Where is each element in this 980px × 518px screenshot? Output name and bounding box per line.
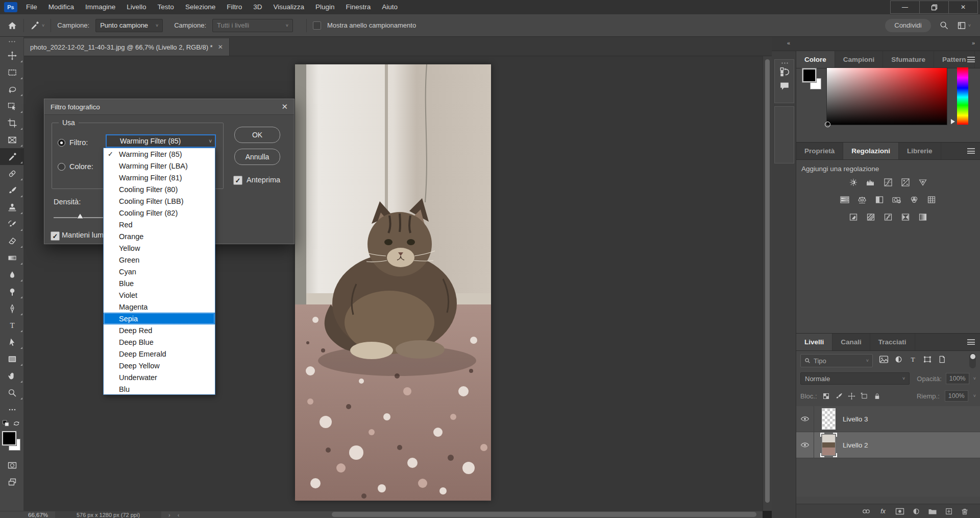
default-swap-colors-icon[interactable] — [0, 418, 24, 429]
eyedropper-tool[interactable] — [0, 148, 24, 165]
minimize-button[interactable]: — — [891, 1, 919, 13]
filter-option[interactable]: ✓ Violet — [104, 289, 215, 301]
menu-item[interactable]: Filtro — [221, 0, 248, 14]
layer-mask-icon[interactable] — [895, 507, 904, 515]
panel-tab[interactable]: Campioni — [835, 51, 884, 68]
invert-icon[interactable] — [847, 212, 860, 222]
panel-color-swatches[interactable] — [802, 68, 825, 91]
channel-mixer-icon[interactable] — [908, 195, 921, 205]
show-sampling-ring-checkbox[interactable] — [313, 21, 321, 30]
filter-radio[interactable] — [58, 139, 65, 147]
object-selection-tool[interactable] — [0, 98, 24, 114]
marquee-tool[interactable] — [0, 64, 24, 81]
filter-option[interactable]: ✓ Deep Emerald — [104, 348, 215, 360]
document-tab[interactable]: photo_2022-12-02_11-40-31.jpg @ 66,7% (L… — [24, 38, 230, 56]
eraser-tool[interactable] — [0, 232, 24, 249]
eyedropper-tool-options-icon[interactable]: ˅ — [30, 21, 44, 30]
blur-tool[interactable] — [0, 266, 24, 283]
filter-option[interactable]: ✓ Magenta — [104, 301, 215, 313]
panel-tab[interactable]: Proprietà — [796, 143, 843, 159]
preserve-luminosity-checkbox[interactable]: ✓ — [51, 231, 60, 241]
close-button[interactable]: ✕ — [948, 1, 977, 13]
panel-tab[interactable]: Livelli — [796, 334, 832, 350]
opacity-value[interactable]: 100% — [946, 373, 969, 384]
brightness-contrast-icon[interactable] — [847, 177, 860, 187]
panel-tab[interactable]: Regolazioni — [843, 143, 899, 159]
menu-item[interactable]: Finestra — [340, 0, 377, 14]
filter-option[interactable]: ✓ Deep Yellow — [104, 360, 215, 371]
spot-healing-tool[interactable] — [0, 165, 24, 182]
filter-option[interactable]: ✓ Blu — [104, 383, 215, 395]
brush-tool[interactable] — [0, 182, 24, 199]
filter-option[interactable]: ✓ Deep Red — [104, 324, 215, 336]
dodge-tool[interactable] — [0, 283, 24, 300]
layer-thumbnail[interactable] — [822, 434, 836, 456]
tab-close-icon[interactable]: ✕ — [218, 43, 223, 51]
filter-option[interactable]: ✓ Underwater — [104, 371, 215, 383]
delete-layer-icon[interactable] — [961, 507, 969, 515]
status-chevron-right-icon[interactable]: › — [168, 512, 170, 518]
filter-option[interactable]: ✓ Green — [104, 254, 215, 266]
hue-slider-arrow[interactable] — [951, 119, 955, 124]
filter-type-icon[interactable]: T — [909, 355, 917, 364]
layer-style-fx-icon[interactable]: fx — [878, 507, 888, 515]
color-balance-icon[interactable] — [856, 195, 869, 205]
filter-option[interactable]: ✓ Blue — [104, 277, 215, 289]
menu-item[interactable]: Modifica — [43, 0, 80, 14]
lock-all-icon[interactable] — [873, 392, 881, 400]
home-icon[interactable] — [7, 20, 17, 31]
curves-icon[interactable] — [882, 177, 895, 187]
filter-option[interactable]: ✓ Red — [104, 219, 215, 230]
menu-item[interactable]: Testo — [152, 0, 180, 14]
layer-filter-toggle[interactable] — [969, 353, 976, 368]
filter-option[interactable]: ✓ Cooling Filter (80) — [104, 183, 215, 195]
levels-icon[interactable] — [865, 177, 877, 187]
adjustment-layer-icon[interactable] — [912, 507, 920, 515]
lock-transparency-icon[interactable] — [822, 392, 830, 400]
crop-tool[interactable] — [0, 114, 24, 131]
dialog-title-bar[interactable]: Filtro fotografico ✕ — [44, 99, 294, 115]
panel-tab[interactable]: Colore — [796, 51, 835, 68]
filter-option[interactable]: ✓ Deep Blue — [104, 336, 215, 348]
workspace-icon[interactable]: ˅ — [957, 21, 971, 30]
menu-item[interactable]: Selezione — [180, 0, 221, 14]
panel-menu-icon[interactable] — [967, 57, 975, 62]
clone-stamp-tool[interactable] — [0, 199, 24, 216]
density-slider-thumb[interactable] — [76, 213, 84, 219]
filter-option[interactable]: ✓ Cyan — [104, 266, 215, 277]
posterize-icon[interactable] — [865, 212, 877, 222]
ok-button[interactable]: OK — [234, 127, 280, 143]
menu-item[interactable]: Immagine — [80, 0, 121, 14]
blend-mode-dropdown[interactable]: Normale˅ — [800, 372, 910, 385]
lock-pixels-icon[interactable] — [835, 392, 843, 400]
vibrance-icon[interactable] — [917, 177, 929, 187]
filter-image-icon[interactable] — [879, 355, 889, 364]
fill-caret-icon[interactable]: ˅ — [973, 393, 976, 398]
saturation-brightness-field[interactable] — [826, 67, 947, 125]
collapse-panels-icon[interactable]: « — [787, 40, 790, 46]
expand-panels-icon[interactable]: » — [972, 40, 975, 46]
filter-adjustment-icon[interactable] — [894, 355, 903, 364]
link-layers-icon[interactable] — [862, 507, 871, 515]
menu-item[interactable]: Visualizza — [267, 0, 310, 14]
toolbar-grip[interactable] — [8, 40, 15, 43]
share-button[interactable]: Condividi — [885, 19, 930, 32]
layer-filter-search[interactable]: Tipo˅ — [800, 354, 873, 367]
foreground-background-swatches[interactable] — [0, 430, 24, 457]
panel-tab[interactable]: Sfumature — [883, 51, 934, 68]
restore-button[interactable] — [919, 1, 948, 13]
filter-shape-icon[interactable] — [923, 355, 932, 364]
path-selection-tool[interactable] — [0, 334, 24, 350]
filter-option[interactable]: ✓ Cooling Filter (LBB) — [104, 195, 215, 207]
hue-saturation-icon[interactable] — [839, 195, 851, 205]
vertical-scrollbar-thumb[interactable] — [765, 59, 770, 503]
lock-artboard-icon[interactable] — [861, 392, 868, 400]
document-size-info[interactable]: 576 px x 1280 px (72 ppi) — [55, 511, 161, 518]
color-radio[interactable] — [58, 163, 65, 171]
menu-item[interactable]: Plugin — [310, 0, 340, 14]
exposure-icon[interactable] — [899, 177, 912, 187]
search-icon[interactable] — [939, 20, 949, 30]
lasso-tool[interactable] — [0, 81, 24, 98]
panel-tab[interactable]: Librerie — [899, 143, 941, 159]
threshold-icon[interactable] — [882, 212, 895, 222]
